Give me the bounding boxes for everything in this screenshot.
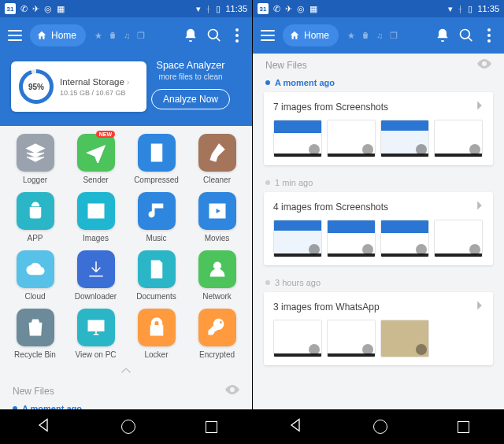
home-button-nav[interactable] [373,420,387,434]
overflow-menu[interactable] [482,28,496,43]
analyzer-title: Space Analyzer [143,60,238,71]
phone-right: 31 ✆ ✈ ◎ ▦ ▾ ⟊ ▯ 11:35 Home ★ ♫ ❐ Ne [252,0,504,444]
grid-label: APP [27,234,43,242]
app-bar: Home ★ ♫ ❐ [253,17,504,54]
thumbnail[interactable] [273,320,322,357]
chevron-right-icon: › [127,77,130,87]
chevron-right-icon [476,300,484,313]
grid-item-downloader[interactable]: Downloader [65,250,126,301]
bell-icon[interactable] [183,28,198,43]
thumbnail[interactable] [380,220,429,257]
analyze-button[interactable]: Analyze Now [151,89,230,109]
collapse-button[interactable] [0,362,252,379]
storage-panel: 95% Internal Storage› 10.15 GB / 10.67 G… [0,54,252,126]
app-bar: Home ★ ♫ ❐ [0,17,252,54]
whatsapp-icon: ✆ [20,4,28,14]
home-button[interactable]: Home [30,24,86,46]
image-icon [77,192,115,230]
grid-item-view-on-pc[interactable]: View on PC [65,309,126,359]
grid-item-locker[interactable]: Locker [126,309,187,359]
grid-label: Images [83,234,109,242]
home-button[interactable]: Home [283,24,339,46]
telegram-icon: ✈ [285,4,292,14]
grid-item-cleaner[interactable]: Cleaner [187,134,247,184]
instagram-icon: ◎ [297,4,305,14]
storage-card[interactable]: 95% Internal Storage› 10.15 GB / 10.67 G… [11,61,146,112]
recents-button[interactable] [206,421,217,433]
search-icon[interactable] [206,28,222,43]
whatsapp-icon: ✆ [273,4,280,14]
cloud-icon [17,250,54,288]
new-files-header: New Files [0,379,252,402]
grid-item-music[interactable]: Music [126,192,187,242]
grid-label: Sender [83,176,108,184]
clock: 11:35 [225,4,247,13]
grid-label: Documents [136,292,176,301]
grid-label: Cleaner [203,176,231,184]
grid-item-documents[interactable]: Documents [126,250,187,301]
bell-icon[interactable] [435,28,450,43]
card-title: 4 images from Screenshots [273,202,388,213]
grid-item-app[interactable]: APP [5,192,65,242]
file-card-3[interactable]: 3 images from WhatsApp [264,292,493,365]
grid-item-encrypted[interactable]: Encrypted [187,309,247,359]
star-icon: ★ [94,31,103,40]
signal-icon: ⟊ [458,4,463,13]
grid-item-network[interactable]: Network [187,250,247,301]
telegram-icon: ✈ [32,4,39,14]
clock: 11:35 [477,4,499,13]
key-icon [198,309,236,346]
hamburger-icon[interactable] [261,30,275,41]
new-badge: NEW [96,131,115,138]
overflow-menu[interactable] [230,28,244,43]
grid-item-cloud[interactable]: Cloud [5,250,65,301]
search-icon[interactable] [458,28,474,43]
timestamp-1-min: 1 min ago [253,173,504,192]
movie-icon [198,192,236,230]
storage-usage: 10.15 GB / 10.67 GB [60,89,130,97]
grid-item-compressed[interactable]: Compressed [126,134,187,184]
music-crumb-icon: ♫ [375,31,384,40]
calendar-icon: 31 [258,3,269,14]
recents-button[interactable] [458,421,469,433]
thumbnail[interactable] [327,320,376,357]
home-button-nav[interactable] [121,420,135,434]
grid-item-images[interactable]: Images [65,192,126,242]
file-card-2[interactable]: 4 images from Screenshots [264,192,493,265]
trash-crumb-icon [108,31,117,40]
grid-label: Music [146,234,166,242]
thumbnail[interactable] [434,120,483,157]
breadcrumb[interactable]: ★ ♫ ❐ [346,31,398,40]
plane-icon [77,134,115,172]
grid-item-sender[interactable]: NEWSender [65,134,126,184]
zip-icon [138,134,176,172]
breadcrumb[interactable]: ★ ♫ ❐ [94,31,146,40]
thumbnail[interactable] [380,120,429,157]
wifi-icon: ▾ [448,4,453,14]
grid-label: Movies [205,234,230,242]
file-card-1[interactable]: 7 images from Screenshots [264,92,493,165]
grid-label: Compressed [134,176,179,184]
thumbnail[interactable] [327,220,376,257]
pc-icon [77,309,115,346]
thumbnail[interactable] [327,120,376,157]
thumbnail[interactable] [273,120,322,157]
phone-left: 31 ✆ ✈ ◎ ▦ ▾ ⟊ ▯ 11:35 Home ★ ♫ ❐ [0,0,252,444]
grid-item-logger[interactable]: Logger [5,134,65,184]
gallery-icon: ▦ [309,4,317,14]
battery-icon: ▯ [468,4,472,14]
thumbnail[interactable] [273,220,322,257]
battery-icon: ▯ [216,4,220,14]
grid-label: Recycle Bin [14,350,56,359]
broom-icon [198,134,236,172]
grid-label: Network [202,292,232,301]
eye-icon[interactable] [477,58,491,72]
grid-item-movies[interactable]: Movies [187,192,247,242]
thumbnail[interactable] [380,320,429,357]
back-button[interactable] [287,417,303,436]
hamburger-icon[interactable] [8,30,22,41]
grid-item-recycle-bin[interactable]: Recycle Bin [5,309,65,359]
eye-icon[interactable] [225,384,239,398]
thumbnail[interactable] [434,220,483,257]
back-button[interactable] [35,417,51,436]
